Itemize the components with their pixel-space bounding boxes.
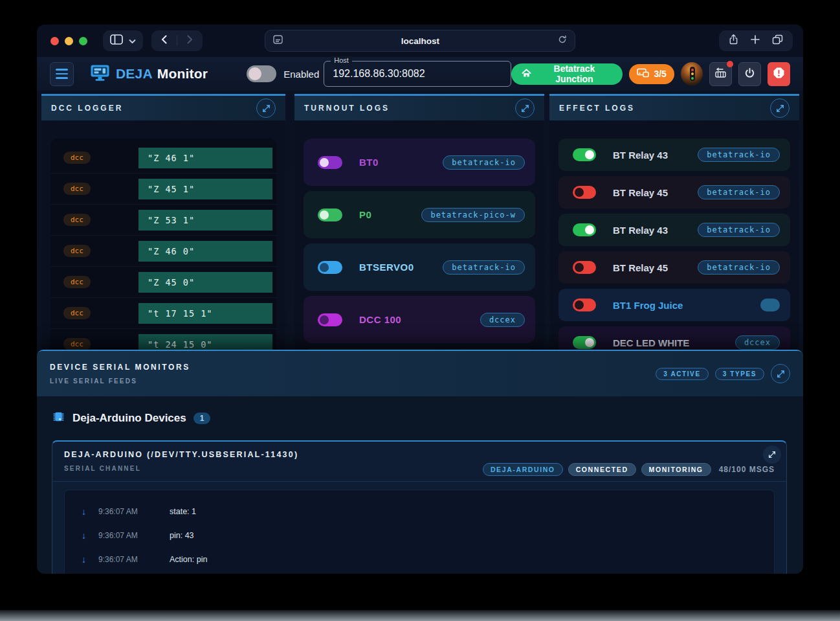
serial-monitors-title: DEVICE SERIAL MONITORS [50,363,190,372]
turnout-expand-button[interactable] [515,98,535,118]
log-timestamp: 9:36:07 AM [98,507,153,516]
effect-toggle[interactable] [573,299,596,311]
dcc-log-row: dcc "Z 46 1" [50,142,276,174]
serial-channel-title: DEJA-ARDUINO (/DEV/TTY.USBSERIAL-11430) [64,450,298,459]
railroad-track-icon [714,67,727,80]
host-field-label: Host [331,56,352,64]
turnout-label: BTSERVO0 [359,262,414,273]
reload-icon[interactable] [558,35,567,47]
menu-button[interactable] [50,62,74,86]
nav-buttons [151,30,203,51]
dcc-log-message: "Z 46 0" [138,241,272,262]
dcc-expand-button[interactable] [256,98,276,118]
dcc-log-message: "t 24 15 0" [138,334,272,352]
turnout-toggle[interactable] [318,261,342,274]
reader-icon[interactable] [273,35,283,47]
log-message: state: 1 [170,507,196,516]
serial-log-row: ↓ 9:36:07 AM state: 1 [65,499,774,523]
serial-monitors-subtitle: LIVE SERIAL FEEDS [50,378,190,385]
channel-expand-button[interactable] [763,446,781,464]
device-serial-monitors-panel: DEVICE SERIAL MONITORS LIVE SERIAL FEEDS… [37,350,803,574]
turnout-source-badge: betatrack-io [443,155,525,170]
chevron-down-icon [129,35,136,47]
effect-logs-header: EFFECT LOGS [549,96,799,120]
sidebar-icon [110,34,123,47]
turnout-row[interactable]: BT0 betatrack-io [304,139,535,186]
enabled-label: Enabled [283,69,319,80]
header-actions: Betatrack Junction 3/5 [511,62,790,86]
url-text: localhost [283,36,558,46]
junction-button[interactable]: Betatrack Junction [511,63,623,85]
turnout-toggle[interactable] [318,156,342,169]
turnout-logs-title: TURNOUT LOGS [304,104,390,113]
turnout-logs-header: TURNOUT LOGS [294,96,544,120]
turnout-toggle[interactable] [318,209,342,221]
forward-button[interactable] [185,34,194,47]
host-input[interactable] [324,62,510,86]
dcc-tag-badge: dcc [63,214,91,226]
minimize-window-button[interactable] [65,37,73,45]
turnout-list: BT0 betatrack-io P0 betatrack-pico-w BTS… [304,139,535,343]
address-bar[interactable]: localhost [265,30,575,52]
effect-toggle[interactable] [573,336,596,349]
log-message: Action: pin [170,555,207,564]
traffic-lights [50,37,87,45]
share-icon[interactable] [729,34,738,48]
close-window-button[interactable] [50,37,59,45]
effect-row[interactable]: BT Relay 43 betatrack-io [558,214,790,246]
effect-row[interactable]: DEC LED WHITE dccex [558,326,790,352]
effect-source-badge: dccex [735,335,780,350]
tab-overview-icon[interactable] [772,34,783,47]
connection-counter-badge[interactable]: 3/5 [629,64,674,84]
home-icon [522,69,531,80]
effect-toggle[interactable] [573,223,596,236]
effect-expand-button[interactable] [770,98,790,118]
effect-source-badge: betatrack-io [698,223,780,237]
turnout-toggle[interactable] [318,313,342,326]
panel-dcc-logger: DCC LOGGER dcc "Z 46 1" dcc "Z 45 1" dcc… [41,94,285,352]
effect-label: DEC LED WHITE [613,337,689,348]
enabled-toggle[interactable] [247,65,276,82]
dcc-tag-badge: dcc [63,307,91,319]
serial-log-row: ↓ 9:36:07 AM pin: 43 [65,523,774,547]
effect-row[interactable]: BT1 Frog Juice [558,289,790,321]
turnout-label: DCC 100 [359,314,401,325]
dcc-logger-header: DCC LOGGER [41,96,285,120]
effect-row[interactable]: BT Relay 43 betatrack-io [558,139,790,171]
turnout-source-badge: betatrack-io [443,260,525,275]
effect-row[interactable]: BT Relay 45 betatrack-io [558,176,790,209]
dcc-log-row: dcc "t 24 15 0" [50,329,276,352]
railroad-button[interactable] [709,62,732,86]
effect-row[interactable]: BT Relay 45 betatrack-io [558,251,790,284]
effect-toggle[interactable] [573,261,596,274]
new-tab-icon[interactable] [751,35,760,47]
serial-log-feed[interactable]: ↓ 9:36:07 AM state: 1 ↓ 9:36:07 AM pin: … [64,490,775,574]
chip-icon [52,410,65,426]
turnout-row[interactable]: DCC 100 dccex [304,296,535,343]
dcc-tag-badge: dcc [63,245,91,257]
dcc-log-row: dcc "Z 45 0" [50,267,276,298]
sidebar-toggle-group[interactable] [103,30,143,51]
effect-toggle[interactable] [573,148,596,161]
effect-dot-badge [760,299,780,311]
turnout-row[interactable]: P0 betatrack-pico-w [304,191,535,238]
devices-icon [637,68,649,80]
zoom-window-button[interactable] [79,37,87,45]
turnout-row[interactable]: BTSERVO0 betatrack-io [304,243,535,291]
serial-monitors-expand-button[interactable] [771,364,790,383]
power-button[interactable] [738,62,761,86]
dcc-log-message: "Z 45 1" [138,179,272,199]
dashboard: DCC LOGGER dcc "Z 46 1" dcc "Z 45 1" dcc… [37,91,803,574]
effect-toggle[interactable] [573,186,596,199]
serial-channel-subtitle: SERIAL CHANNEL [64,465,298,472]
user-avatar[interactable] [681,62,703,85]
back-button[interactable] [160,34,169,47]
active-count-badge: 3 ACTIVE [656,368,708,380]
dcc-log-message: "Z 45 0" [138,272,272,293]
emergency-stop-button[interactable] [768,62,790,86]
serial-log-row: ↓ 9:36:07 AM Action: pin [65,547,774,571]
channel-mode-badge: MONITORING [641,463,711,476]
dcc-log-message: "t 17 15 1" [138,303,272,324]
dcc-tag-badge: dcc [63,276,91,288]
dcc-log-list[interactable]: dcc "Z 46 1" dcc "Z 45 1" dcc "Z 53 1" d… [50,139,276,352]
